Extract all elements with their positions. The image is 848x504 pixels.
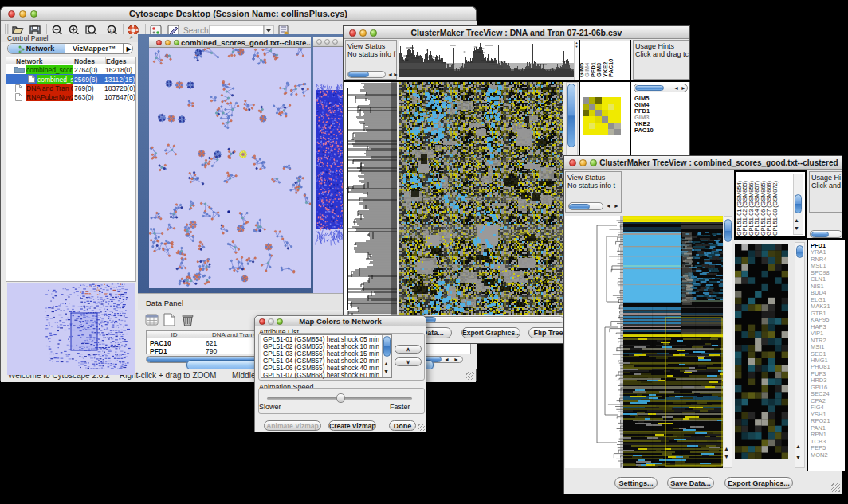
svg-text:PAC10: PAC10 xyxy=(607,59,614,77)
svg-text:GPL51-08 (GSM872): GPL51-08 (GSM872) xyxy=(771,181,779,236)
svg-text:1:1: 1:1 xyxy=(109,28,115,33)
